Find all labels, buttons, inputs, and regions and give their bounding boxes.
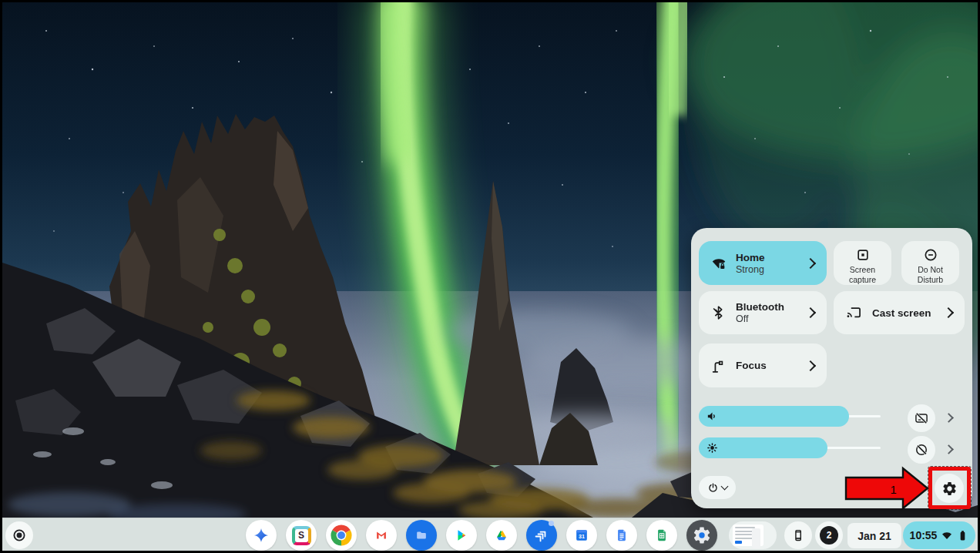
date-label: Jan 21 [858,530,891,542]
volume-slider[interactable] [699,406,882,427]
screen-capture-icon [855,247,871,263]
launcher-button[interactable] [5,521,33,549]
docs-icon [612,525,632,545]
app-files[interactable] [406,520,437,551]
phone-hub-button[interactable] [784,521,812,549]
launcher-icon [11,527,28,544]
audio-settings-chevron-icon[interactable] [944,413,954,423]
app-calendar[interactable]: 31 [566,520,597,551]
play-store-icon [451,525,472,545]
chevron-right-icon [805,360,816,370]
screencast-icon [531,525,552,546]
chevron-right-icon [943,307,954,318]
gmail-icon [371,525,391,545]
wifi-icon [941,529,953,541]
do-not-disturb-icon [923,247,938,263]
brightness-icon [706,441,719,454]
app-chrome[interactable] [326,520,357,551]
bluetooth-title: Bluetooth [736,301,784,313]
files-icon [411,525,431,545]
focus-tile[interactable]: Focus [699,344,827,387]
step-arrow: 1 [841,464,932,513]
files-running-indicator [418,551,425,553]
shelf: S [0,518,980,553]
privacy-toggle-button[interactable] [908,436,935,464]
window-thumbnail [733,525,764,546]
screen-capture-label: Screen capture [843,265,883,285]
app-settings[interactable] [686,520,717,551]
wifi-secured-icon [710,255,727,272]
power-button[interactable] [699,476,736,499]
display-settings-chevron-icon[interactable] [944,444,954,454]
app-drive[interactable] [486,520,517,551]
step-highlight-box [928,467,971,509]
network-tile[interactable]: Home Strong [699,241,827,285]
app-sheets[interactable] [646,520,677,551]
do-not-disturb-label: Do Not Disturb [911,265,950,285]
slack-icon: S [292,526,311,545]
visibility-off-icon [914,442,929,457]
volume-slider-fill [699,406,849,427]
status-tray[interactable]: 10:55 [903,521,975,549]
cast-title: Cast screen [872,307,931,319]
live-caption-button[interactable] [908,404,935,432]
app-slack[interactable]: S [286,520,317,551]
sheets-icon [652,525,672,545]
network-strength: Strong [736,264,765,275]
gemini-icon [251,525,271,545]
chromeos-desktop: Home Strong Screen capture Do Not Distur… [0,0,980,553]
drive-icon [492,525,512,545]
phone-icon [790,528,806,543]
chrome-icon [329,523,354,548]
notification-count: 2 [820,526,838,545]
focus-title: Focus [736,360,767,371]
battery-icon [957,529,968,542]
brightness-slider[interactable] [699,437,882,458]
bluetooth-off-icon [710,304,727,321]
clock: 10:55 [910,529,938,541]
app-gmail[interactable] [366,520,397,551]
network-name: Home [736,252,765,263]
app-play-store[interactable] [446,520,477,551]
slack-letter: S [298,530,304,541]
chevron-down-icon [721,483,729,491]
bluetooth-tile[interactable]: Bluetooth Off [699,291,827,334]
do-not-disturb-tile[interactable]: Do Not Disturb [901,241,959,285]
power-icon [707,482,719,494]
app-gemini[interactable] [246,520,277,551]
calendar-icon: 31 [572,525,592,545]
step-number: 1 [891,483,897,496]
notification-counter[interactable]: 2 [815,521,843,549]
date-button[interactable]: Jan 21 [847,523,901,548]
calendar-day: 31 [579,534,585,540]
window-preview[interactable] [729,521,777,549]
settings-gear-icon [692,525,712,545]
cast-screen-tile[interactable]: Cast screen [834,291,965,334]
screencast-notification-dot [549,521,554,526]
chevron-right-icon [805,257,816,268]
app-docs[interactable] [606,520,637,551]
volume-icon [706,410,719,423]
chevron-right-icon [805,307,816,318]
focus-lamp-icon [710,357,727,374]
live-caption-off-icon [914,411,929,426]
brightness-slider-fill [699,437,827,458]
bluetooth-state: Off [736,313,784,324]
cast-icon [845,304,862,321]
screen-capture-tile[interactable]: Screen capture [834,241,891,285]
